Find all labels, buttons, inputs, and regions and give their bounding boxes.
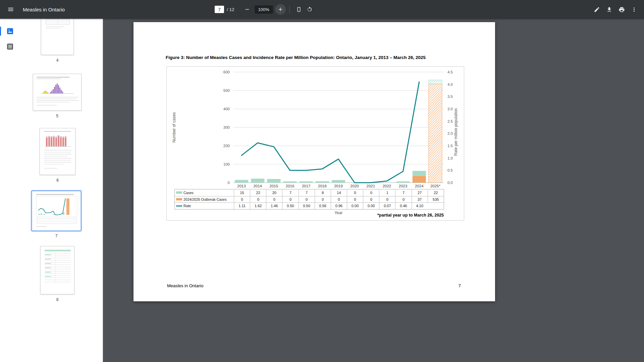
zoom-in-icon[interactable] xyxy=(275,4,286,15)
figure-table-cell: 7 xyxy=(395,190,411,196)
series-name: Rate xyxy=(183,204,191,208)
x-axis-category-label: 2022 xyxy=(383,184,391,188)
toolbar-left-group: Measles in Ontario xyxy=(5,0,65,19)
right-axis-tick: 3.0 xyxy=(447,107,453,111)
figure-table-cell: 0.07 xyxy=(379,203,395,209)
figure-table-cell: 1.11 xyxy=(234,203,250,209)
zoom-level-button[interactable]: 100% xyxy=(255,5,273,14)
left-axis-title: Number of cases xyxy=(172,112,176,143)
figure-3-chart: 01002003004005006000.00.51.01.52.02.53.0… xyxy=(166,66,464,221)
thumbnail-page-number: 4 xyxy=(41,58,74,63)
figure-table-cell: 0.46 xyxy=(395,203,411,209)
figure-table-cell: 14 xyxy=(331,190,347,196)
thumbnail-page-7[interactable]: 7 xyxy=(32,191,81,238)
x-axis-category-label: 2021 xyxy=(367,184,375,188)
figure-table-cell: 15 xyxy=(234,190,250,196)
figure-table-cell: 0 xyxy=(363,196,379,203)
figure-table-cell: 37 xyxy=(412,196,428,203)
thumbnail-page-6[interactable]: 6 xyxy=(40,128,75,183)
right-axis-tick: 2.0 xyxy=(447,131,453,135)
bar-cases xyxy=(413,171,426,176)
thumbnail-page-4[interactable]: 4 xyxy=(41,19,74,63)
viewer-area[interactable]: Figure 3: Number of Measles Cases and In… xyxy=(103,19,644,362)
thumbnail-preview-art xyxy=(40,128,75,175)
figure-table-row: Cases1522207781400172722 xyxy=(175,189,444,196)
zoom-out-icon[interactable] xyxy=(242,4,253,15)
x-axis-category-label: 2024 xyxy=(415,184,424,188)
left-axis-tick: 600 xyxy=(223,70,230,74)
thumbnail-preview xyxy=(33,74,82,111)
figure-table-cell: 1 xyxy=(379,190,395,196)
figure-data-table: Cases15222077814001727222024/2025 Outbre… xyxy=(174,189,444,209)
thumbnails-view-icon[interactable] xyxy=(0,23,20,39)
figure-title: Figure 3: Number of Measles Cases and In… xyxy=(166,55,426,60)
figure-table-cell: 0 xyxy=(299,196,315,203)
page-count-label: / 12 xyxy=(227,7,234,12)
download-icon[interactable] xyxy=(604,4,614,15)
figure-table-cell: 1.62 xyxy=(250,203,266,209)
thumbnail-page-number: 5 xyxy=(33,114,82,118)
figure-table-cell: 0 xyxy=(250,196,266,203)
figure-table-cell: 0 xyxy=(282,196,298,203)
bar-outbreak-cases xyxy=(429,84,442,183)
figure-table-cell: 0.00 xyxy=(347,203,363,209)
x-axis-category-label: 2018 xyxy=(318,184,327,188)
bar-outbreak-cases xyxy=(413,176,426,183)
bar-cases xyxy=(332,180,345,183)
figure-table-cell: 22 xyxy=(250,190,266,196)
toolbar-center-group: / 12 100% xyxy=(215,0,315,19)
thumbnail-preview xyxy=(40,128,75,175)
page-footer-title: Measles in Ontario xyxy=(167,283,203,288)
print-icon[interactable] xyxy=(616,4,627,15)
figure-table-cell: 0 xyxy=(266,196,282,203)
thumbnail-page-8[interactable]: 8 xyxy=(40,246,74,302)
left-axis-tick: 400 xyxy=(223,107,230,111)
legend-swatch-1 xyxy=(176,191,182,194)
series-name: Cases xyxy=(183,191,194,195)
figure-table-row-label: Cases xyxy=(175,191,234,195)
figure-table-cell: 22 xyxy=(428,190,444,196)
outline-view-icon[interactable] xyxy=(0,39,20,54)
thumbnail-page-5[interactable]: 5 xyxy=(33,74,82,118)
figure-footnote: *partial year up to March 26, 2025 xyxy=(377,213,444,218)
figure-table-row-label: Rate xyxy=(175,204,234,208)
left-axis-tick: 200 xyxy=(223,144,230,148)
thumbnail-preview-art xyxy=(41,246,74,294)
sidebar-view-switcher xyxy=(0,19,20,362)
figure-table-cell: 27 xyxy=(412,190,428,196)
thumbnail-panel: 4 5 xyxy=(20,19,103,362)
x-axis-category-label: 2016 xyxy=(286,184,294,188)
bar-cases xyxy=(235,180,248,183)
figure-table-cell: 8 xyxy=(315,190,331,196)
figure-table-cell: 0 xyxy=(363,190,379,196)
page-number-input[interactable] xyxy=(215,6,224,13)
left-axis-tick: 300 xyxy=(223,125,230,129)
right-axis-title: Rate per million population xyxy=(453,108,458,156)
x-axis-category-label: 2013 xyxy=(237,184,246,188)
figure-table-cell: 0.50 xyxy=(282,203,298,209)
thumbnail-page-number: 6 xyxy=(40,178,75,183)
more-vertical-icon[interactable] xyxy=(629,4,639,15)
x-axis-category-label: 2020 xyxy=(350,184,359,188)
bar-cases xyxy=(300,181,313,183)
menu-icon[interactable] xyxy=(5,4,16,15)
figure-table-cell: 0 xyxy=(315,196,331,203)
thumbnail-preview xyxy=(40,246,74,294)
rate-line-series xyxy=(241,82,419,183)
legend-swatch-3 xyxy=(176,205,182,206)
figure-table-cell: 4.10 xyxy=(412,203,428,209)
thumbnail-preview xyxy=(41,19,74,55)
rotate-counterclockwise-icon[interactable] xyxy=(304,4,315,15)
figure-table-row-label: 2024/2025 Outbreak Cases xyxy=(175,197,234,201)
figure-table-cell: 20 xyxy=(266,190,282,196)
document-title: Measles in Ontario xyxy=(23,7,65,12)
figure-table-cell: 0.00 xyxy=(363,203,379,209)
thumbnail-preview-art xyxy=(33,74,82,111)
x-axis-category-label: 2017 xyxy=(302,184,311,188)
figure-table-cell: 0 xyxy=(234,196,250,203)
bar-cases xyxy=(429,80,442,84)
pencil-edit-icon[interactable] xyxy=(591,4,602,15)
figure-table-cell: 1.46 xyxy=(266,203,282,209)
fit-to-page-icon[interactable] xyxy=(293,4,304,15)
bar-cases xyxy=(316,181,329,183)
